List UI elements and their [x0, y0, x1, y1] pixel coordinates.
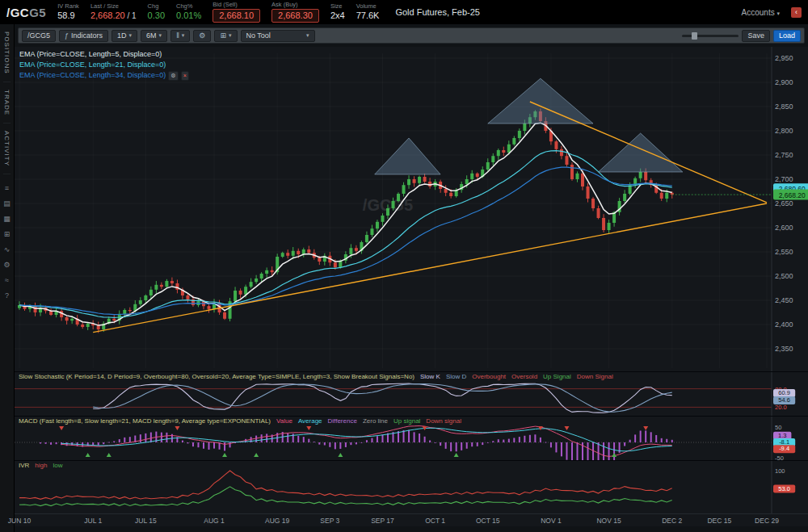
chevron-down-icon: ▾: [776, 10, 780, 16]
gear-icon: ⚙: [199, 31, 205, 40]
ask-button[interactable]: 2,668.30: [271, 9, 319, 23]
chart-settings-button[interactable]: ⚙: [193, 30, 211, 42]
legend-item: high: [35, 462, 47, 469]
ema-21-line: [19, 151, 672, 318]
sidebar-tab-positions[interactable]: POSITIONS: [3, 24, 11, 82]
time-axis-label: JUN 10: [8, 517, 31, 525]
up-signal-arrow: [86, 453, 90, 457]
watchlist-icon[interactable]: ≡: [5, 184, 9, 192]
up-signal-arrow: [612, 453, 617, 457]
svg-text:2,550: 2,550: [775, 248, 793, 256]
macd-pane[interactable]: 50-501.3-8.1-9.4 MACD (Fast length=8, Sl…: [15, 416, 808, 460]
chevron-down-icon: ▾: [306, 32, 309, 39]
indicators-button[interactable]: ƒIndicators: [59, 30, 108, 42]
ivr-svg[interactable]: 1005053.0: [15, 461, 808, 513]
chart-workspace: /GCG5 ƒIndicators 1D▾ 6M▾ ‖▾ ⚙ ⊞▾ No Too…: [15, 24, 808, 532]
price-chart-svg[interactable]: 2,3502,4002,4502,5002,5502,6002,6502,700…: [15, 47, 808, 371]
orders-icon[interactable]: ▤: [3, 199, 11, 207]
last-size-field: Last / Size 2,668.20 / 1: [90, 3, 137, 20]
svg-text:2,350: 2,350: [775, 345, 793, 353]
iv-rank-field: IV Rank 58.9: [57, 3, 79, 20]
help-icon[interactable]: ?: [5, 291, 9, 300]
indicators-icon: ƒ: [65, 31, 69, 40]
stochastic-title: Slow Stochastic (K Period=14, D Period=9…: [19, 373, 619, 380]
pattern-triangle: [375, 138, 440, 174]
stochastic-pane[interactable]: 80.020.060.954.6 Slow Stochastic (K Peri…: [15, 371, 808, 416]
save-button[interactable]: Save: [742, 30, 770, 42]
legend-item: low: [53, 462, 62, 469]
legend-ema5: EMA (Price=CLOSE, Length=5, Displace=0): [19, 49, 189, 60]
legend-item: IVR: [19, 462, 29, 469]
time-axis-label: AUG 1: [204, 517, 225, 525]
edit-study-gear-icon[interactable]: ⚙: [168, 71, 178, 81]
time-axis-label: DEC 29: [755, 517, 779, 525]
down-signal-arrow: [59, 426, 64, 430]
sidebar-icon-rail: ≡ ▤ ▦ ⊞ ∿ ⚙ ≈ ?: [3, 184, 11, 300]
ivr-title: IVRhighlow: [19, 462, 68, 469]
time-axis-label: OCT 1: [425, 517, 445, 525]
remove-study-close-icon[interactable]: ×: [181, 71, 189, 81]
svg-text:2,700: 2,700: [775, 175, 793, 183]
svg-text:2,950: 2,950: [775, 54, 793, 62]
wave-tool-icon[interactable]: ≈: [5, 276, 9, 284]
svg-text:53.0: 53.0: [778, 485, 790, 492]
candlestick-style-icon: ‖: [176, 31, 179, 40]
grid-layout-dropdown[interactable]: ⊞▾: [214, 30, 237, 42]
chg-pct-field: Chg% 0.01%: [176, 3, 201, 20]
time-axis: JUN 10JUL 1JUL 15AUG 1AUG 19SEP 3SEP 17O…: [15, 513, 808, 526]
legend-item: Overbought: [472, 373, 506, 380]
sidebar-tab-activity[interactable]: ACTIVITY: [3, 124, 11, 174]
chart-icon[interactable]: ∿: [4, 245, 11, 253]
size-field: Size 2x4: [330, 3, 345, 20]
study-legend: EMA (Price=CLOSE, Length=5, Displace=0) …: [19, 49, 189, 81]
legend-item: MACD (Fast length=8, Slow length=21, MAC…: [19, 417, 271, 425]
down-signal-arrow: [175, 426, 179, 430]
pattern-triangle: [599, 133, 683, 172]
chart-style-dropdown[interactable]: ‖▾: [170, 30, 190, 42]
load-button[interactable]: Load: [773, 30, 801, 42]
time-axis-label: JUL 1: [84, 517, 102, 525]
price-chart-pane[interactable]: 2,3502,4002,4502,5002,5502,6002,6502,700…: [15, 47, 808, 371]
svg-text:100: 100: [775, 467, 785, 475]
grid-view-icon[interactable]: ▦: [3, 215, 11, 223]
chevron-down-icon: ▾: [159, 32, 162, 39]
chevron-down-icon: ▾: [182, 32, 185, 39]
symbol-title: /GCG5: [6, 6, 46, 19]
down-signal-arrow: [306, 426, 311, 430]
time-axis-label: NOV 1: [541, 517, 562, 525]
bid-button[interactable]: 2,668.10: [213, 9, 260, 23]
zoom-slider[interactable]: [682, 35, 739, 37]
quote-header: /GCG5 IV Rank 58.9 Last / Size 2,668.20 …: [0, 0, 808, 24]
candles: [18, 108, 674, 333]
legend-item: Down Signal: [577, 373, 613, 380]
layout-icon[interactable]: ⊞: [4, 230, 11, 238]
drawing-tool-dropdown[interactable]: No Tool▾: [241, 30, 315, 42]
zoom-slider-thumb[interactable]: [692, 32, 697, 40]
svg-text:-50: -50: [775, 455, 784, 460]
macd-title: MACD (Fast length=8, Slow length=21, MAC…: [19, 417, 467, 425]
left-sidebar: POSITIONS TRADE ACTIVITY ≡ ▤ ▦ ⊞ ∿ ⚙ ≈ ?: [0, 24, 15, 532]
time-axis-label: SEP 3: [320, 517, 339, 525]
chg-field: Chg 0.30: [148, 3, 165, 20]
range-dropdown[interactable]: 6M▾: [141, 30, 167, 42]
ivr-pane[interactable]: 1005053.0 IVRhighlow: [15, 460, 808, 513]
svg-text:20.0: 20.0: [775, 404, 787, 411]
legend-item: Zero line: [363, 417, 388, 425]
legend-item: Down signal: [426, 417, 461, 425]
time-axis-label: OCT 15: [476, 517, 500, 525]
svg-text:50: 50: [775, 424, 781, 431]
up-signal-arrow: [107, 453, 112, 457]
svg-text:2,600: 2,600: [775, 224, 793, 232]
time-axis-label: DEC 15: [707, 517, 731, 525]
up-signal-arrow: [254, 453, 259, 457]
symbol-box[interactable]: /GCG5: [22, 30, 56, 42]
svg-text:2,500: 2,500: [775, 272, 793, 280]
down-signal-arrow: [564, 426, 569, 430]
chart-toolbar: /GCG5 ƒIndicators 1D▾ 6M▾ ‖▾ ⚙ ⊞▾ No Too…: [18, 27, 805, 44]
accounts-dropdown[interactable]: Accounts ▾: [742, 8, 780, 17]
sidebar-tab-trade[interactable]: TRADE: [3, 82, 11, 124]
settings-gear-icon[interactable]: ⚙: [3, 261, 10, 269]
ask-field: Ask (Buy) 2,668.30: [271, 2, 319, 22]
timeframe-dropdown[interactable]: 1D▾: [112, 30, 137, 42]
collapse-panel-button[interactable]: ‹: [791, 7, 802, 18]
